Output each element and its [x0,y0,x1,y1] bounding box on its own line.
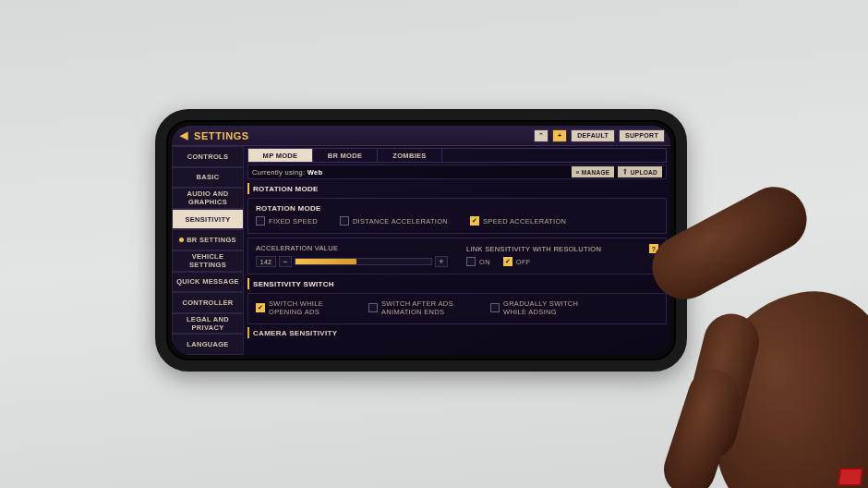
upload-icon: ⇧ [622,168,628,176]
tab-zombies[interactable]: ZOMBIES [378,149,442,162]
sidebar-item-quick-message[interactable]: QUICK MESSAGE [172,272,244,293]
opt-open-ads[interactable]: SWITCH WHILE OPENING ADS [256,299,352,316]
section-camera-sensitivity: CAMERA SENSITIVITY [247,327,667,338]
sidebar-item-audio-graphics[interactable]: AUDIO AND GRAPHICS [172,188,244,209]
notification-dot-icon [179,238,184,242]
sidebar-item-legal[interactable]: LEGAL AND PRIVACY [172,313,244,335]
rotation-panel: ROTATION MODE FIXED SPEED DISTANCE ACCEL… [247,198,667,234]
sidebar: CONTROLS BASIC AUDIO AND GRAPHICS SENSIT… [172,146,244,355]
watermark-icon [838,468,864,486]
default-button[interactable]: DEFAULT [571,129,615,142]
checkbox-icon [503,257,512,266]
topbar: ◀ SETTINGS ⌃ + DEFAULT SUPPORT [172,126,670,146]
accel-slider[interactable] [295,258,432,265]
opt-distance-accel[interactable]: DISTANCE ACCELERATION [340,216,448,226]
checkbox-icon [470,216,479,226]
chevron-up-icon[interactable]: ⌃ [534,129,549,142]
opt-gradual[interactable]: GRADUALLY SWITCH WHILE ADSING [490,299,596,316]
checkbox-icon [256,216,265,226]
plus-icon[interactable]: + [552,129,567,142]
opt-fixed-speed[interactable]: FIXED SPEED [256,216,318,226]
current-using-value: Web [307,168,323,177]
checkbox-icon [490,303,500,312]
page-title: SETTINGS [194,130,249,141]
sens-switch-panel: SWITCH WHILE OPENING ADS SWITCH AFTER AD… [247,293,667,324]
phone-frame: ◀ SETTINGS ⌃ + DEFAULT SUPPORT CONTROLS … [155,109,687,372]
link-on[interactable]: ON [466,257,490,266]
screen: ◀ SETTINGS ⌃ + DEFAULT SUPPORT CONTROLS … [172,126,670,355]
accel-link-panel: ACCELERATION VALUE 142 − + LINK SENS [247,238,667,274]
sidebar-item-controls[interactable]: CONTROLS [172,146,244,167]
sidebar-item-sensitivity[interactable]: SENSITIVITY [172,209,244,230]
accel-decrement[interactable]: − [279,256,292,267]
sidebar-item-vehicle[interactable]: VEHICLE SETTINGS [172,250,244,272]
sidebar-item-controller[interactable]: CONTROLLER [172,292,244,313]
current-using-row: Currently using: Web ≡ MANAGE ⇧ UPLOAD [247,165,667,179]
sidebar-item-label: BR SETTINGS [187,236,236,244]
accel-value-label: ACCELERATION VALUE [256,244,448,252]
section-rotation-mode: ROTATION MODE [247,183,667,194]
checkbox-icon [368,303,378,312]
checkbox-icon [256,303,265,312]
slider-fill [295,259,356,264]
mode-tabs: MP MODE BR MODE ZOMBIES [247,148,667,163]
back-button[interactable]: ◀ [177,129,190,142]
main-panel: MP MODE BR MODE ZOMBIES Currently using:… [244,146,670,355]
sidebar-item-language[interactable]: LANGUAGE [172,334,244,355]
accel-value-readout: 142 [256,256,276,267]
section-sensitivity-switch: SENSITIVITY SWITCH [247,278,667,289]
current-using-label: Currently using: [252,168,305,177]
rotation-mode-label: ROTATION MODE [256,204,658,213]
link-sens-label: LINK SENSITIVITY WITH RESOLUTION [466,245,601,253]
accel-increment[interactable]: + [435,256,448,267]
opt-after-anim[interactable]: SWITCH AFTER ADS ANIMATION ENDS [368,299,474,316]
tab-br-mode[interactable]: BR MODE [313,149,378,162]
sidebar-item-basic[interactable]: BASIC [172,167,244,189]
help-icon[interactable]: ? [649,244,658,253]
checkbox-icon [340,216,349,226]
list-icon: ≡ [576,169,580,176]
upload-button[interactable]: ⇧ UPLOAD [618,166,662,177]
checkbox-icon [466,257,476,266]
manage-button[interactable]: ≡ MANAGE [572,166,615,177]
link-off[interactable]: OFF [503,257,531,266]
opt-speed-accel[interactable]: SPEED ACCELERATION [470,216,566,226]
support-button[interactable]: SUPPORT [619,129,665,142]
sidebar-item-br-settings[interactable]: BR SETTINGS [172,229,244,250]
tab-mp-mode[interactable]: MP MODE [248,149,313,162]
